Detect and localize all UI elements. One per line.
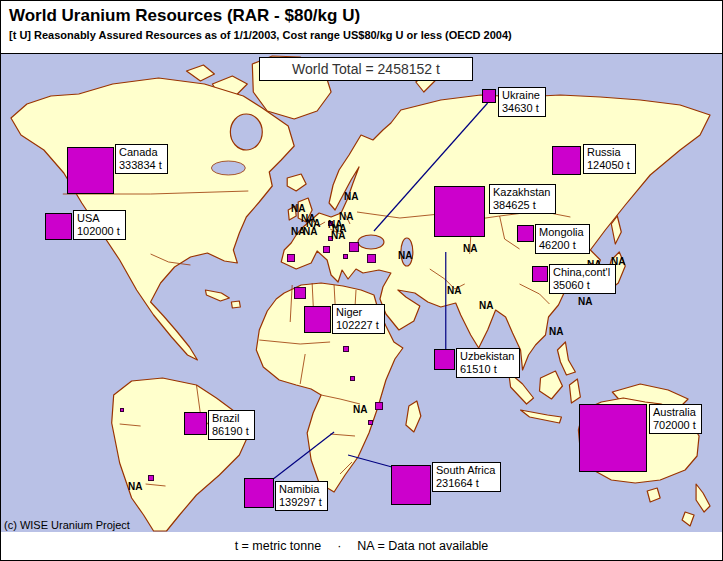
country-label: Namibia139297 t bbox=[275, 481, 328, 511]
na-marker: NA bbox=[344, 191, 358, 202]
na-marker: NA bbox=[479, 300, 493, 311]
landmass-java bbox=[521, 410, 562, 423]
country-name: Uzbekistan bbox=[460, 350, 514, 363]
na-marker: NA bbox=[447, 285, 461, 296]
uranium-square bbox=[244, 478, 274, 508]
landmass-arctic-island bbox=[186, 65, 214, 81]
uranium-square bbox=[391, 465, 431, 505]
landmass-madagascar bbox=[406, 401, 421, 432]
hudson-bay bbox=[230, 114, 262, 150]
country-value: 333834 t bbox=[119, 159, 162, 172]
country-label: Uzbekistan61510 t bbox=[456, 348, 520, 378]
uranium-square-small bbox=[343, 254, 348, 259]
uranium-square-small bbox=[120, 408, 124, 412]
country-label: South Africa231664 t bbox=[432, 462, 501, 492]
na-marker: NA bbox=[128, 481, 142, 492]
uranium-square bbox=[552, 146, 581, 175]
uranium-square bbox=[517, 225, 534, 242]
uranium-square-small bbox=[350, 376, 355, 381]
black-sea bbox=[358, 235, 384, 249]
uranium-square-small bbox=[294, 287, 306, 299]
country-value: 384625 t bbox=[493, 199, 550, 212]
uranium-square-small bbox=[287, 254, 295, 262]
legend-separator: · bbox=[337, 539, 341, 553]
country-label: USA102000 t bbox=[73, 210, 126, 240]
na-marker: NA bbox=[353, 404, 367, 415]
page-subtitle: [t U] Reasonably Assured Resources as of… bbox=[9, 29, 714, 41]
country-label: Mongolia46200 t bbox=[535, 224, 590, 254]
country-value: 61510 t bbox=[460, 363, 514, 376]
uranium-square bbox=[532, 266, 548, 282]
landmass-philippines bbox=[557, 342, 575, 375]
copyright-text: (c) WISE Uranium Project bbox=[4, 519, 130, 531]
na-marker: NA bbox=[578, 296, 592, 307]
country-name: Canada bbox=[119, 146, 162, 159]
landmass-new-zealand bbox=[696, 484, 710, 512]
great-lakes bbox=[211, 161, 245, 175]
landmass-hispaniola bbox=[231, 301, 240, 308]
na-marker: NA bbox=[331, 230, 345, 241]
country-label: Ukraine34630 t bbox=[498, 87, 546, 117]
country-name: Mongolia bbox=[539, 226, 584, 239]
country-name: Ukraine bbox=[502, 89, 540, 102]
country-value: 102000 t bbox=[77, 225, 120, 238]
country-label: Russia124050 t bbox=[583, 144, 636, 174]
uranium-map-page: World Uranium Resources (RAR - $80/kg U)… bbox=[0, 0, 723, 561]
header: World Uranium Resources (RAR - $80/kg U)… bbox=[1, 1, 722, 53]
country-label: Kazakhstan384625 t bbox=[489, 184, 556, 214]
country-label: Brazil86190 t bbox=[208, 410, 255, 440]
country-name: Kazakhstan bbox=[493, 186, 550, 199]
country-value: 102227 t bbox=[336, 319, 379, 332]
landmass-south-america bbox=[112, 378, 250, 531]
country-label: Australia702000 t bbox=[649, 404, 702, 434]
page-title: World Uranium Resources (RAR - $80/kg U) bbox=[9, 6, 714, 26]
na-marker: NA bbox=[549, 326, 563, 337]
uranium-square-small bbox=[368, 420, 373, 425]
country-value: 35060 t bbox=[553, 279, 610, 292]
landmass-borneo bbox=[540, 371, 563, 399]
uranium-square bbox=[67, 147, 114, 194]
footer-legend: t = metric tonne · NA = Data not availab… bbox=[1, 532, 722, 560]
landmass-new-zealand bbox=[682, 512, 694, 526]
na-marker: NA bbox=[463, 243, 477, 254]
uranium-square-small bbox=[349, 242, 359, 252]
world-total-box: World Total = 2458152 t bbox=[259, 57, 473, 81]
country-label: China,cont'l35060 t bbox=[549, 264, 616, 294]
country-value: 34630 t bbox=[502, 102, 540, 115]
country-value: 702000 t bbox=[653, 419, 696, 432]
country-label: Canada333834 t bbox=[115, 144, 168, 174]
uranium-square bbox=[45, 213, 72, 240]
country-value: 124050 t bbox=[587, 159, 630, 172]
landmass-iceland bbox=[287, 174, 306, 191]
na-marker: NA bbox=[398, 250, 412, 261]
country-name: USA bbox=[77, 212, 120, 225]
country-name: South Africa bbox=[436, 464, 495, 477]
world-total-text: World Total = 2458152 t bbox=[292, 61, 440, 77]
uranium-square bbox=[579, 404, 647, 472]
country-name: Niger bbox=[336, 306, 379, 319]
uranium-square bbox=[184, 412, 207, 435]
na-legend: NA = Data not available bbox=[357, 539, 488, 553]
landmass-sulawesi bbox=[569, 379, 580, 403]
uranium-square-small bbox=[375, 402, 383, 410]
country-value: 231664 t bbox=[436, 477, 495, 490]
country-value: 86190 t bbox=[212, 425, 249, 438]
uranium-square bbox=[304, 306, 331, 333]
country-label: Niger102227 t bbox=[332, 304, 385, 334]
uranium-square-small bbox=[323, 246, 330, 253]
country-name: Brazil bbox=[212, 412, 249, 425]
world-map: World Total = 2458152 t (c) WISE Uranium… bbox=[1, 53, 722, 534]
country-name: Australia bbox=[653, 406, 696, 419]
tonne-legend: t = metric tonne bbox=[235, 539, 322, 553]
na-marker: NA bbox=[303, 226, 317, 237]
uranium-square-small bbox=[343, 346, 349, 352]
country-name: China,cont'l bbox=[553, 266, 610, 279]
country-name: Russia bbox=[587, 146, 630, 159]
uranium-square bbox=[434, 349, 455, 370]
uranium-square bbox=[482, 89, 496, 103]
uranium-square-small bbox=[367, 254, 376, 263]
uranium-square bbox=[434, 186, 485, 237]
landmass-tasmania bbox=[647, 488, 660, 502]
landmass-cuba bbox=[205, 290, 229, 301]
country-value: 46200 t bbox=[539, 239, 584, 252]
